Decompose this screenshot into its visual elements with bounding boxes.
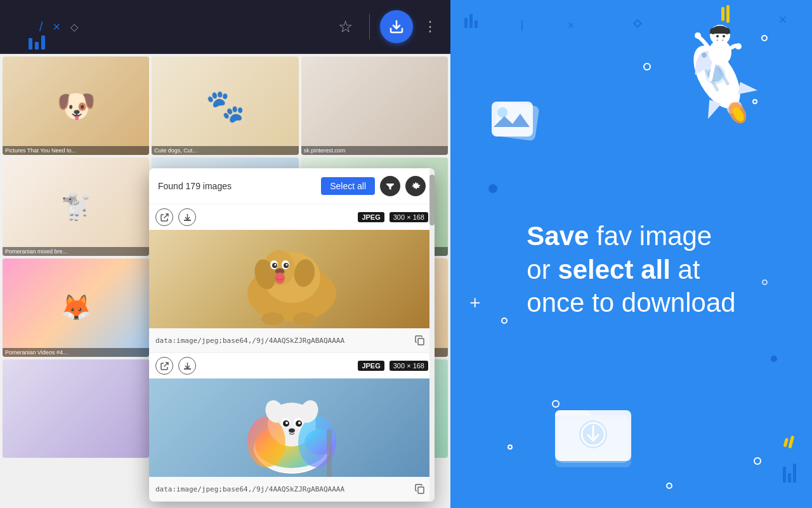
deco-yellow-dashes-bottom bbox=[783, 434, 795, 449]
deco-circle-4 bbox=[508, 444, 513, 450]
grid-img-7: 🦊 Pomeranian Videos #4... bbox=[3, 258, 149, 357]
url-text-1: data:image/jpeg;base64,/9j/4AAQSkZJRgABA… bbox=[155, 337, 407, 345]
svg-point-32 bbox=[289, 429, 295, 433]
hero-at: at bbox=[671, 255, 700, 284]
svg-point-58 bbox=[762, 36, 767, 41]
hero-line1: fav image bbox=[589, 221, 712, 251]
grid-img-10 bbox=[3, 359, 149, 458]
size-badge-1: 300 × 168 bbox=[390, 212, 428, 222]
rocket-illustration bbox=[638, 13, 777, 133]
grid-img-2: 🐾 Cute dogs, Cut... bbox=[152, 57, 298, 155]
deco-x-top: × bbox=[568, 19, 575, 32]
svg-point-48 bbox=[710, 28, 716, 34]
hero-title: Save fav image or select all at once to … bbox=[527, 220, 735, 320]
browser-bar: / × ◇ ☆ ⋮ bbox=[0, 0, 450, 54]
svg-point-17 bbox=[293, 312, 316, 325]
image-item-1: JPEG 300 × 168 bbox=[149, 204, 435, 353]
svg-rect-37 bbox=[418, 487, 424, 493]
svg-point-16 bbox=[261, 312, 284, 325]
grid-caption-3: sk.pinterest.com bbox=[301, 146, 448, 155]
hero-select-all-word: select all bbox=[558, 255, 670, 284]
right-panel: / × × bbox=[450, 0, 812, 508]
grid-caption-1: Pictures That You Need to... bbox=[3, 146, 149, 155]
dog-image-2 bbox=[149, 378, 435, 477]
deco-circle-5 bbox=[754, 457, 761, 465]
download-button-1[interactable] bbox=[178, 208, 196, 226]
x-icon: × bbox=[53, 20, 61, 34]
diamond-icon: ◇ bbox=[70, 21, 78, 33]
popup-header: Found 179 images Select all bbox=[149, 168, 435, 204]
svg-rect-18 bbox=[418, 338, 424, 345]
image-frame-icon bbox=[488, 98, 546, 152]
url-bar-1: data:image/jpeg;base64,/9j/4AAQSkZJRgABA… bbox=[149, 328, 435, 352]
svg-rect-61 bbox=[492, 102, 533, 137]
svg-point-24 bbox=[247, 417, 285, 467]
scrollbar[interactable] bbox=[429, 168, 435, 502]
deco-circle-6 bbox=[771, 356, 777, 362]
size-badge-2: 300 × 168 bbox=[390, 361, 428, 371]
bar-chart-icon bbox=[29, 36, 45, 50]
open-link-button-1[interactable] bbox=[155, 208, 173, 226]
three-dots-menu[interactable]: ⋮ bbox=[423, 18, 438, 35]
hero-content: Save fav image or select all at once to … bbox=[495, 220, 767, 326]
copy-button-1[interactable] bbox=[412, 332, 428, 349]
grid-img-3: sk.pinterest.com bbox=[301, 57, 448, 155]
hero-or: or bbox=[527, 255, 558, 284]
deco-circle-1 bbox=[488, 184, 497, 193]
deco-bars-bottom-right bbox=[783, 464, 796, 483]
image-downloader-popup: Found 179 images Select all bbox=[149, 168, 435, 502]
bar1 bbox=[29, 38, 32, 50]
select-all-button[interactable]: Select all bbox=[321, 177, 375, 195]
format-badge-1: JPEG bbox=[358, 212, 384, 222]
browser-icons: / × ◇ bbox=[13, 20, 78, 34]
hero-line4: once to download bbox=[527, 288, 735, 318]
url-text-2: data:image/jpeg;base64,/9j/4AAQSkZJRgABA… bbox=[155, 485, 407, 493]
open-link-button-2[interactable] bbox=[155, 357, 173, 375]
hero-save-word: Save bbox=[527, 221, 589, 251]
svg-point-11 bbox=[275, 264, 277, 266]
slash-icon: / bbox=[39, 20, 43, 34]
image-item-1-header: JPEG 300 × 168 bbox=[149, 204, 435, 230]
image-item-2-header: JPEG 300 × 168 bbox=[149, 353, 435, 378]
copy-button-2[interactable] bbox=[412, 481, 428, 497]
plus-sign-left: + bbox=[469, 292, 481, 314]
format-badge-2: JPEG bbox=[358, 361, 384, 371]
svg-point-62 bbox=[497, 107, 508, 117]
grid-caption-7: Pomeranian Videos #4... bbox=[3, 348, 149, 357]
svg-point-49 bbox=[724, 28, 730, 34]
svg-point-12 bbox=[286, 264, 288, 266]
divider bbox=[369, 14, 370, 39]
download-main-button[interactable] bbox=[380, 10, 413, 43]
svg-point-53 bbox=[723, 35, 725, 37]
left-panel: / × ◇ ☆ ⋮ 🐶 Pictures That Yo bbox=[0, 0, 450, 508]
grid-img-1: 🐶 Pictures That You Need to... bbox=[3, 57, 149, 155]
grid-img-4: 🐩 Pomeranian mixed bre... bbox=[3, 157, 149, 256]
settings-button[interactable] bbox=[405, 176, 426, 196]
filter-button[interactable] bbox=[380, 176, 400, 196]
deco-circle-8 bbox=[666, 483, 672, 489]
dog-image-1 bbox=[149, 230, 435, 328]
found-images-count: Found 179 images bbox=[158, 181, 316, 191]
url-bar-2: data:image/jpeg;base64,/9j/4AAQSkZJRgABA… bbox=[149, 477, 435, 501]
grid-caption-4: Pomeranian mixed bre... bbox=[3, 247, 149, 256]
svg-point-52 bbox=[716, 35, 719, 37]
svg-point-31 bbox=[298, 422, 301, 424]
close-x-button[interactable]: × bbox=[778, 11, 787, 28]
image-item-2: JPEG 300 × 168 bbox=[149, 353, 435, 502]
svg-point-54 bbox=[709, 40, 731, 65]
grid-caption-2: Cute dogs, Cut... bbox=[152, 146, 298, 155]
download-button-2[interactable] bbox=[178, 357, 196, 375]
bar2 bbox=[35, 42, 39, 50]
deco-slash-top: / bbox=[518, 18, 527, 35]
star-icon[interactable]: ☆ bbox=[331, 13, 359, 41]
download-folder-illustration bbox=[552, 398, 634, 476]
svg-point-59 bbox=[753, 100, 757, 104]
svg-point-30 bbox=[285, 422, 288, 424]
svg-point-56 bbox=[735, 43, 742, 50]
deco-bars-top-left bbox=[464, 14, 478, 28]
scrollbar-thumb[interactable] bbox=[429, 175, 435, 225]
svg-point-57 bbox=[644, 64, 650, 70]
svg-rect-36 bbox=[327, 429, 332, 477]
svg-point-55 bbox=[695, 32, 701, 39]
bar3 bbox=[41, 36, 45, 50]
